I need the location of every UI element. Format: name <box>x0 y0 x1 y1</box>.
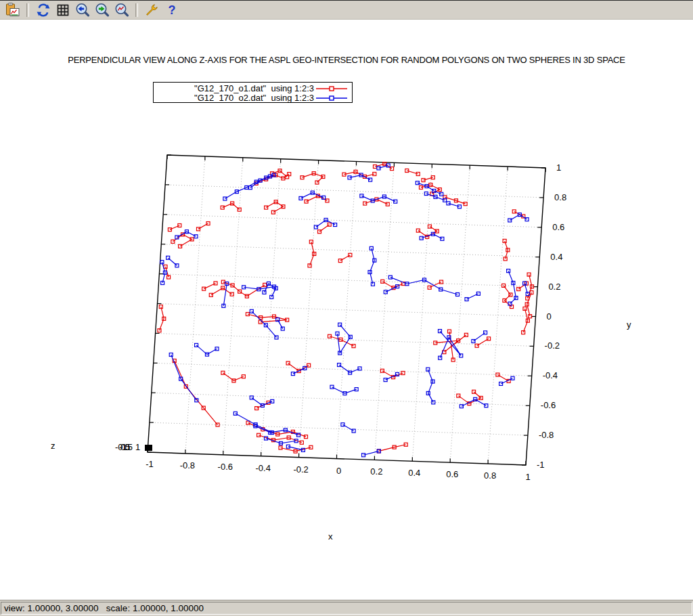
toolbar-separator <box>26 3 29 17</box>
z-collapsed-tick-labels: -0.5-100.51 <box>115 442 146 453</box>
toolbar-separator <box>135 3 138 17</box>
svg-text:-0.8: -0.8 <box>180 460 195 470</box>
next-zoom-button[interactable] <box>93 1 111 19</box>
help-button[interactable]: ? <box>162 1 181 19</box>
z-tick-label: 0.5 <box>120 442 133 452</box>
z-tick-label: 1 <box>135 442 140 452</box>
svg-text:0: 0 <box>547 311 552 322</box>
axis-label-x: x <box>328 531 333 542</box>
status-text: view: 1.00000, 3.00000 scale: 1.00000, 1… <box>1 602 692 615</box>
configure-button[interactable] <box>143 1 161 19</box>
previous-zoom-icon <box>74 2 91 18</box>
status-bar: view: 1.00000, 3.00000 scale: 1.00000, 1… <box>0 600 693 616</box>
apply-zoom-button[interactable] <box>112 1 131 19</box>
svg-text:-0.4: -0.4 <box>255 463 270 473</box>
svg-text:-0.6: -0.6 <box>541 400 556 410</box>
svg-text:0.8: 0.8 <box>484 470 496 481</box>
svg-text:0.4: 0.4 <box>408 468 420 478</box>
legend-row-o1: "G12_170_o1.dat" using 1:2:3 <box>154 83 352 93</box>
copy-to-clipboard-icon <box>5 2 21 18</box>
svg-text:0.6: 0.6 <box>446 469 458 479</box>
svg-text:-0.4: -0.4 <box>543 370 558 380</box>
apply-zoom-icon <box>114 2 130 18</box>
svg-text:-0.2: -0.2 <box>293 464 308 475</box>
svg-text:0.6: 0.6 <box>552 222 564 232</box>
svg-text:-1: -1 <box>537 460 545 470</box>
previous-zoom-button[interactable] <box>73 1 91 19</box>
wrench-icon <box>144 2 160 18</box>
svg-text:0.8: 0.8 <box>554 192 566 202</box>
replot-icon <box>35 2 51 18</box>
legend-box: "G12_170_o1.dat" using 1:2:3 "G12_170_o2… <box>153 82 353 103</box>
legend-label-o1: "G12_170_o1.dat" using 1:2:3 <box>194 83 314 93</box>
plot-canvas[interactable]: PERPENDICULAR VIEW ALONG Z-AXIS FOR THE … <box>0 20 693 600</box>
axis-label-y: y <box>627 320 631 330</box>
legend-label-o2: "G12_170_o2.dat" using 1:2:3 <box>194 93 314 103</box>
toolbar: ? <box>0 1 693 20</box>
replot-button[interactable] <box>34 1 52 19</box>
legend-sample-o2 <box>315 93 348 102</box>
axis-label-z: z <box>51 441 55 451</box>
z-axis-collapsed-marker <box>145 445 152 451</box>
svg-text:-0.6: -0.6 <box>218 462 233 472</box>
legend-sample-o1 <box>315 84 348 93</box>
svg-text:1: 1 <box>556 162 561 173</box>
svg-text:1: 1 <box>525 472 530 482</box>
help-glyph: ? <box>168 3 175 17</box>
copy-to-clipboard-button[interactable] <box>3 1 22 19</box>
toggle-grid-button[interactable] <box>53 1 72 19</box>
plot-area: -1-0.8-0.6-0.4-0.200.20.40.60.81-1-0.8-0… <box>0 20 693 600</box>
svg-text:-0.8: -0.8 <box>539 430 554 440</box>
plot-title: PERPENDICULAR VIEW ALONG Z-AXIS FOR THE … <box>0 55 693 65</box>
grid-icon <box>55 2 71 18</box>
svg-text:0.2: 0.2 <box>370 466 382 477</box>
svg-text:-0.2: -0.2 <box>545 340 560 351</box>
svg-text:0.2: 0.2 <box>548 282 560 292</box>
svg-text:0.4: 0.4 <box>550 252 562 262</box>
help-icon: ? <box>164 2 180 18</box>
svg-text:-1: -1 <box>146 459 154 469</box>
legend-row-o2: "G12_170_o2.dat" using 1:2:3 <box>154 93 352 103</box>
gnuplot-window: ? PERPENDICULAR VIEW ALONG Z-AXIS FOR TH… <box>0 0 693 616</box>
svg-text:0: 0 <box>336 466 341 476</box>
next-zoom-icon <box>94 2 110 18</box>
